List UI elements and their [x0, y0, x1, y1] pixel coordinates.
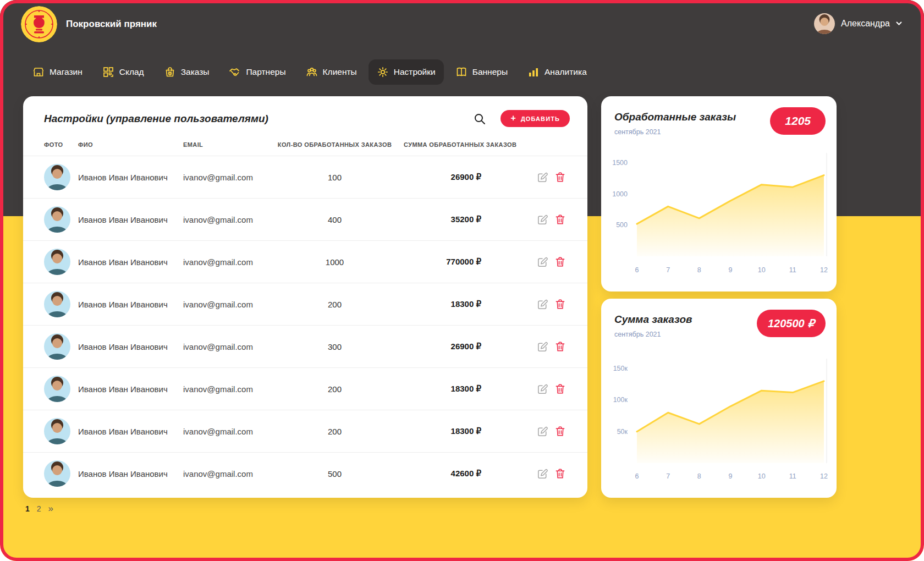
banners-icon — [455, 66, 468, 78]
svg-text:7: 7 — [666, 472, 670, 480]
table-header: ФОТО ФИО EMAIL КОЛ-ВО ОБРАБОТАННЫХ ЗАКАЗ… — [23, 130, 587, 156]
user-menu[interactable]: Александра — [814, 13, 902, 34]
user-email: ivanov@gmail.com — [183, 469, 270, 479]
orders-sum: 18300 ₽ — [399, 299, 529, 309]
col-header-photo: ФОТО — [44, 141, 78, 148]
col-header-email: EMAIL — [183, 141, 270, 148]
user-photo — [44, 460, 70, 487]
processed-orders-badge: 1205 — [770, 107, 826, 135]
users-management-card: Настройки (управление пользователями) + … — [23, 96, 587, 498]
svg-text:11: 11 — [789, 266, 796, 274]
nav-label: Заказы — [181, 67, 210, 77]
brand-logo-icon[interactable] — [21, 6, 57, 42]
user-fullname: Иванов Иван Иванович — [78, 257, 183, 267]
nav-label: Аналитика — [544, 67, 587, 77]
edit-user-button[interactable] — [536, 171, 549, 184]
brand: Покровский пряник — [21, 6, 157, 42]
search-button[interactable] — [473, 112, 487, 126]
table-row: Иванов Иван Иванович ivanov@gmail.com 10… — [23, 156, 587, 198]
edit-user-button[interactable] — [536, 425, 549, 438]
nav-item-partners[interactable]: Партнеры — [221, 59, 294, 85]
trash-icon — [554, 425, 566, 438]
delete-user-button[interactable] — [554, 256, 566, 268]
edit-user-button[interactable] — [536, 256, 549, 268]
delete-user-button[interactable] — [554, 213, 566, 226]
user-photo — [44, 333, 70, 360]
user-name: Александра — [841, 19, 890, 29]
edit-icon — [536, 340, 549, 353]
svg-text:8: 8 — [697, 266, 701, 274]
delete-user-button[interactable] — [554, 171, 566, 184]
main-nav: Магазин Склад Заказы Партнеры Клиенты На… — [24, 59, 595, 85]
user-fullname: Иванов Иван Иванович — [78, 173, 183, 182]
orders-count: 1000 — [270, 257, 399, 267]
delete-user-button[interactable] — [554, 383, 566, 395]
edit-user-button[interactable] — [536, 298, 549, 311]
delete-user-button[interactable] — [554, 468, 566, 480]
svg-text:500: 500 — [616, 221, 628, 229]
svg-text:1000: 1000 — [612, 190, 628, 198]
svg-text:11: 11 — [789, 472, 796, 480]
svg-text:7: 7 — [666, 266, 670, 274]
nav-label: Магазин — [50, 67, 82, 77]
edit-icon — [536, 213, 549, 226]
table-row: Иванов Иван Иванович ivanov@gmail.com 20… — [23, 283, 587, 325]
settings-icon — [377, 66, 389, 78]
nav-item-warehouse[interactable]: Склад — [94, 59, 152, 85]
user-photo — [44, 291, 70, 317]
trash-icon — [554, 468, 566, 480]
user-fullname: Иванов Иван Иванович — [78, 342, 183, 351]
svg-text:12: 12 — [820, 472, 828, 480]
nav-item-clients[interactable]: Клиенты — [298, 59, 365, 85]
user-fullname: Иванов Иван Иванович — [78, 469, 183, 479]
page-button-2[interactable]: 2 — [37, 504, 41, 513]
nav-label: Клиенты — [323, 67, 357, 77]
nav-item-banners[interactable]: Баннеры — [447, 59, 516, 85]
svg-text:6: 6 — [635, 472, 639, 480]
edit-user-button[interactable] — [536, 213, 549, 226]
orders-sum-chart: 50к100к150к6789101112 — [601, 347, 837, 493]
svg-text:100к: 100к — [613, 396, 628, 404]
processed-orders-chart: 500100015006789101112 — [601, 145, 837, 287]
orders-sum: 42600 ₽ — [399, 469, 529, 479]
orders-sum: 18300 ₽ — [399, 384, 529, 394]
table-row: Иванов Иван Иванович ivanov@gmail.com 40… — [23, 198, 587, 240]
orders-sum: 26900 ₽ — [399, 172, 529, 182]
nav-item-settings[interactable]: Настройки — [369, 59, 444, 85]
nav-label: Склад — [119, 67, 144, 77]
plus-icon: + — [510, 114, 516, 123]
edit-user-button[interactable] — [536, 468, 549, 480]
user-photo — [44, 206, 70, 233]
trash-icon — [554, 213, 566, 226]
nav-item-orders[interactable]: Заказы — [156, 59, 218, 85]
analytics-icon — [527, 66, 540, 78]
nav-item-analytics[interactable]: Аналитика — [519, 59, 595, 85]
table-row: Иванов Иван Иванович ivanov@gmail.com 50… — [23, 452, 587, 494]
orders-count: 100 — [270, 173, 399, 182]
svg-text:150к: 150к — [613, 365, 628, 372]
nav-item-shop[interactable]: Магазин — [24, 59, 91, 85]
table-row: Иванов Иван Иванович ivanov@gmail.com 10… — [23, 240, 587, 283]
edit-user-button[interactable] — [536, 383, 549, 395]
user-fullname: Иванов Иван Иванович — [78, 384, 183, 394]
edit-icon — [536, 468, 549, 480]
nav-label: Партнеры — [246, 67, 285, 77]
user-email: ivanov@gmail.com — [183, 173, 270, 182]
brand-name: Покровский пряник — [66, 19, 157, 30]
orders-sum: 770000 ₽ — [399, 257, 529, 267]
table-row: Иванов Иван Иванович ivanov@gmail.com 30… — [23, 325, 587, 367]
delete-user-button[interactable] — [554, 340, 566, 353]
next-pages-icon[interactable]: » — [48, 504, 53, 513]
delete-user-button[interactable] — [554, 298, 566, 311]
orders-count: 200 — [270, 427, 399, 436]
delete-user-button[interactable] — [554, 425, 566, 438]
trash-icon — [554, 171, 566, 184]
add-user-button[interactable]: + ДОБАВИТЬ — [501, 110, 570, 127]
orders-sum: 35200 ₽ — [399, 215, 529, 224]
page-button-1[interactable]: 1 — [25, 504, 30, 513]
svg-text:12: 12 — [820, 266, 828, 274]
orders-sum: 26900 ₽ — [399, 342, 529, 351]
trash-icon — [554, 383, 566, 395]
edit-user-button[interactable] — [536, 340, 549, 353]
orders-sum-card: Сумма заказов сентябрь 2021 120500 ₽ 50к… — [601, 299, 837, 498]
